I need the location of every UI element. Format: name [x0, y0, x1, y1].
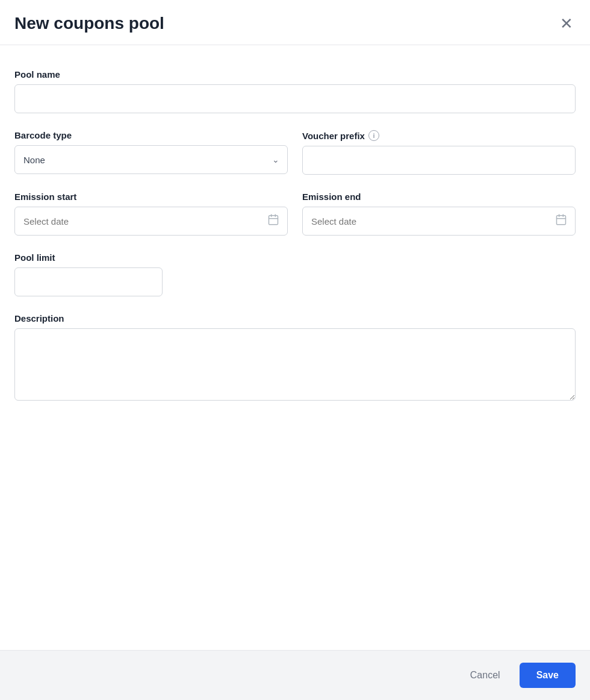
- pool-name-input[interactable]: [14, 84, 576, 113]
- pool-limit-label: Pool limit: [14, 252, 576, 263]
- close-icon: ✕: [560, 16, 573, 31]
- description-textarea[interactable]: [14, 328, 576, 401]
- emission-row: Emission start: [14, 192, 576, 252]
- voucher-prefix-label-row: Voucher prefix i: [302, 130, 576, 141]
- description-group: Description: [14, 313, 576, 403]
- cancel-button[interactable]: Cancel: [461, 664, 510, 687]
- voucher-prefix-input[interactable]: [302, 146, 576, 175]
- voucher-prefix-col: Voucher prefix i: [302, 130, 576, 192]
- voucher-prefix-info-icon: i: [368, 130, 379, 141]
- barcode-type-select-wrapper: None EAN-8 EAN-13 UPC-A Code 128 QR Code…: [14, 145, 288, 174]
- emission-end-input[interactable]: [302, 207, 576, 236]
- voucher-prefix-group: Voucher prefix i: [302, 130, 576, 175]
- emission-start-group: Emission start: [14, 192, 288, 236]
- barcode-type-col: Barcode type None EAN-8 EAN-13 UPC-A Cod…: [14, 130, 288, 192]
- new-coupons-pool-modal: New coupons pool ✕ Pool name Barcode typ…: [0, 0, 590, 700]
- modal-title: New coupons pool: [14, 14, 164, 33]
- save-button[interactable]: Save: [520, 663, 576, 688]
- modal-header: New coupons pool ✕: [0, 0, 590, 45]
- barcode-type-group: Barcode type None EAN-8 EAN-13 UPC-A Cod…: [14, 130, 288, 174]
- description-label: Description: [14, 313, 576, 323]
- pool-name-label: Pool name: [14, 69, 576, 80]
- voucher-prefix-label: Voucher prefix: [302, 131, 365, 141]
- pool-limit-group: Pool limit: [14, 252, 576, 296]
- emission-start-wrapper: [14, 207, 288, 236]
- barcode-voucher-row: Barcode type None EAN-8 EAN-13 UPC-A Cod…: [14, 130, 576, 192]
- close-button[interactable]: ✕: [557, 13, 576, 34]
- modal-footer: Cancel Save: [0, 650, 590, 700]
- barcode-type-select[interactable]: None EAN-8 EAN-13 UPC-A Code 128 QR Code: [14, 145, 288, 174]
- emission-end-group: Emission end: [302, 192, 576, 236]
- barcode-type-label: Barcode type: [14, 130, 288, 140]
- emission-start-col: Emission start: [14, 192, 288, 252]
- pool-name-group: Pool name: [14, 69, 576, 113]
- emission-end-label: Emission end: [302, 192, 576, 202]
- emission-start-label: Emission start: [14, 192, 288, 202]
- emission-start-input[interactable]: [14, 207, 288, 236]
- emission-end-col: Emission end: [302, 192, 576, 252]
- modal-body: Pool name Barcode type None EAN-8 EAN-13…: [0, 45, 590, 650]
- pool-limit-input[interactable]: [14, 267, 163, 296]
- emission-end-wrapper: [302, 207, 576, 236]
